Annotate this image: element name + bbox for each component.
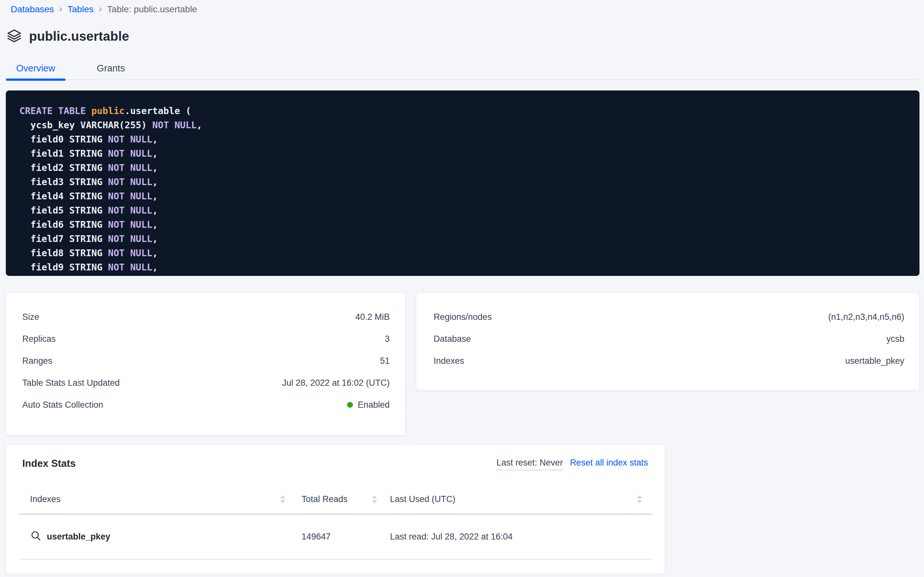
sort-icon[interactable]	[637, 495, 642, 503]
sql-line: field5 STRING NOT NULL,	[19, 203, 919, 218]
sort-down-arrow-icon	[280, 500, 285, 503]
stat-label: Table Stats Last Updated	[22, 378, 120, 388]
sql-line: field7 STRING NOT NULL,	[19, 232, 919, 246]
index-stats-header: Index Stats Last reset: Never Reset all …	[19, 445, 652, 471]
last-reset-label: Last reset: Never	[497, 458, 563, 471]
stat-label: Indexes	[434, 356, 464, 366]
stat-row: Regions/nodes(n1,n2,n3,n4,n5,n6)	[434, 306, 904, 328]
stat-row: Indexesusertable_pkey	[434, 350, 904, 372]
table-row: usertable_pkey149647Last read: Jul 28, 2…	[19, 515, 652, 559]
column-header-label: Last Used (UTC)	[390, 494, 456, 504]
sql-line: field3 STRING NOT NULL,	[19, 175, 919, 189]
page-title: public.usertable	[29, 29, 129, 44]
stat-row: Ranges51	[22, 350, 390, 372]
column-header-label: Total Reads	[302, 494, 348, 504]
reset-cluster: Last reset: Never Reset all index stats	[497, 458, 648, 471]
index-table-header: IndexesTotal ReadsLast Used (UTC)	[19, 489, 652, 509]
sort-icon[interactable]	[280, 495, 285, 503]
page-header: public.usertable	[6, 28, 919, 44]
sql-line: field4 STRING NOT NULL,	[19, 189, 919, 203]
sql-line: field8 STRING NOT NULL,	[19, 246, 919, 260]
table-meta-card: Regions/nodes(n1,n2,n3,n4,n5,n6)Database…	[416, 293, 919, 390]
sort-icon[interactable]	[372, 495, 377, 503]
sort-up-arrow-icon	[637, 495, 642, 498]
index-table-body: usertable_pkey149647Last read: Jul 28, 2…	[19, 515, 652, 559]
stat-label: Database	[434, 334, 471, 344]
table-row-divider	[19, 559, 652, 559]
sql-line: field2 STRING NOT NULL,	[19, 161, 919, 175]
index-name-cell[interactable]: usertable_pkey	[19, 530, 302, 544]
sort-up-arrow-icon	[372, 495, 377, 498]
total-reads-cell: 149647	[302, 532, 390, 542]
breadcrumb: Databases›Tables›Table: public.usertable	[6, 0, 919, 15]
index-stats-title: Index Stats	[22, 458, 76, 469]
breadcrumb-separator-icon: ›	[99, 4, 102, 14]
column-header-last-used-utc-[interactable]: Last Used (UTC)	[390, 494, 652, 504]
breadcrumb-item-table-public-usertable: Table: public.usertable	[107, 4, 197, 15]
index-name: usertable_pkey	[47, 532, 111, 542]
stat-value: usertable_pkey	[845, 356, 904, 366]
stat-value: Enabled	[347, 400, 390, 410]
sql-line: ycsb_key VARCHAR(255) NOT NULL,	[19, 118, 919, 132]
column-header-indexes[interactable]: Indexes	[19, 494, 302, 504]
sort-down-arrow-icon	[637, 500, 642, 503]
overview-cards-row: Size40.2 MiBReplicas3Ranges51Table Stats…	[6, 293, 919, 435]
search-icon	[30, 530, 42, 544]
column-header-total-reads[interactable]: Total Reads	[302, 494, 390, 504]
stat-label: Ranges	[22, 356, 52, 366]
tab-grants[interactable]: Grants	[87, 57, 135, 79]
tab-bar: OverviewGrants	[6, 57, 919, 80]
sort-up-arrow-icon	[280, 495, 285, 498]
breadcrumb-item-databases[interactable]: Databases	[11, 4, 54, 15]
stat-label: Size	[22, 312, 39, 322]
stat-label: Regions/nodes	[434, 312, 492, 322]
stat-row: Table Stats Last UpdatedJul 28, 2022 at …	[22, 372, 390, 394]
create-table-statement: CREATE TABLE public.usertable ( ycsb_key…	[6, 90, 919, 276]
status-dot-icon	[347, 402, 353, 408]
page-content: Databases›Tables›Table: public.usertable…	[6, 0, 919, 574]
sort-down-arrow-icon	[372, 500, 377, 503]
breadcrumb-item-tables[interactable]: Tables	[67, 4, 94, 15]
tab-overview[interactable]: Overview	[6, 57, 66, 79]
stat-value: ycsb	[886, 334, 904, 344]
index-stats-card: Index Stats Last reset: Never Reset all …	[6, 445, 665, 574]
stat-row: Auto Stats CollectionEnabled	[22, 394, 390, 416]
breadcrumb-separator-icon: ›	[59, 4, 62, 14]
stat-value: Jul 28, 2022 at 16:02 (UTC)	[282, 378, 390, 388]
stat-value: 3	[385, 334, 390, 344]
database-stack-icon	[6, 28, 22, 44]
table-stats-card: Size40.2 MiBReplicas3Ranges51Table Stats…	[6, 293, 405, 435]
stat-value: 40.2 MiB	[355, 312, 390, 322]
stat-value: 51	[380, 356, 390, 366]
sql-line: CREATE TABLE public.usertable (	[19, 104, 919, 118]
stat-row: Databaseycsb	[434, 328, 904, 350]
last-used-cell: Last read: Jul 28, 2022 at 16:04	[390, 532, 652, 542]
sql-line: field6 STRING NOT NULL,	[19, 218, 919, 232]
stat-row: Replicas3	[22, 328, 390, 350]
column-header-label: Indexes	[30, 494, 61, 504]
sql-line: field9 STRING NOT NULL,	[19, 260, 919, 275]
stat-label: Replicas	[22, 334, 56, 344]
sql-line: field1 STRING NOT NULL,	[19, 147, 919, 161]
stat-value: (n1,n2,n3,n4,n5,n6)	[828, 312, 904, 322]
stat-label: Auto Stats Collection	[22, 400, 103, 410]
stat-row: Size40.2 MiB	[22, 306, 390, 328]
sql-line: field0 STRING NOT NULL,	[19, 132, 919, 147]
reset-all-index-stats-link[interactable]: Reset all index stats	[570, 458, 648, 468]
